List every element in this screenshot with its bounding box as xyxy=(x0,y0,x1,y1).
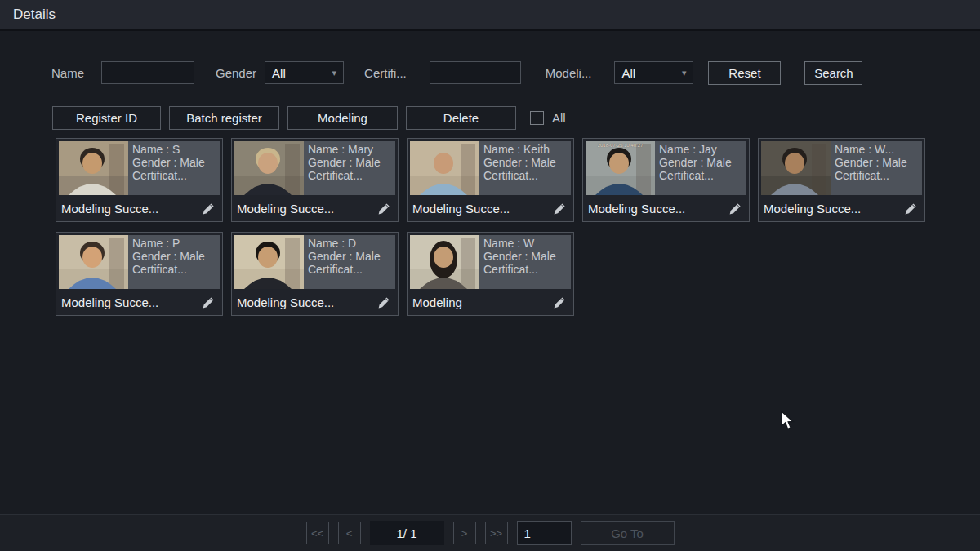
edit-pencil-icon[interactable] xyxy=(377,296,390,309)
face-gender: Gender : Male xyxy=(483,156,571,169)
gender-select-value: All xyxy=(272,66,286,80)
face-card[interactable]: Name : Keith Gender : Male Certificat...… xyxy=(407,138,574,222)
goto-page-input[interactable] xyxy=(517,521,572,545)
modeling-status: Modeling Succe... xyxy=(588,202,685,216)
modeling-filter-label: Modeli... xyxy=(546,66,592,80)
face-info: Name : D Gender : Male Certificat... xyxy=(304,235,395,289)
edit-pencil-icon[interactable] xyxy=(728,202,742,216)
face-card[interactable]: 2018-07-25 10:40:27 Name : Jay Gender : … xyxy=(582,138,750,222)
face-card-footer: Modeling Succe... xyxy=(56,196,222,221)
person-photo-placeholder xyxy=(410,235,479,289)
face-gender: Gender : Male xyxy=(308,250,395,263)
edit-pencil-icon[interactable] xyxy=(553,202,566,216)
face-info: Name : Mary Gender : Male Certificat... xyxy=(304,141,395,195)
face-card[interactable]: Name : P Gender : Male Certificat... Mod… xyxy=(56,232,223,316)
modeling-status: Modeling Succe... xyxy=(237,202,334,216)
page-indicator: 1/ 1 xyxy=(370,521,444,545)
face-name: Name : P xyxy=(132,237,220,250)
last-page-button[interactable]: >> xyxy=(485,522,508,544)
face-gender: Gender : Male xyxy=(308,156,395,169)
face-card-top: Name : D Gender : Male Certificat... xyxy=(234,235,395,289)
face-card-footer: Modeling Succe... xyxy=(56,290,222,315)
action-row: Register ID Batch register Modeling Dele… xyxy=(52,106,980,130)
face-card-top: Name : Mary Gender : Male Certificat... xyxy=(234,141,395,195)
goto-button[interactable]: Go To xyxy=(581,521,675,545)
name-filter-input[interactable] xyxy=(101,61,194,84)
face-card[interactable]: Name : W Gender : Male Certificat... Mod… xyxy=(407,232,574,316)
next-page-button[interactable]: > xyxy=(453,522,476,544)
face-certificate: Certificat... xyxy=(308,263,395,276)
modeling-select[interactable]: All ▾ xyxy=(614,61,693,84)
face-card[interactable]: Name : S Gender : Male Certificat... Mod… xyxy=(56,138,223,222)
certificate-filter-input[interactable] xyxy=(430,61,521,84)
main-content: Name Gender All ▾ Certifi... Modeli... A… xyxy=(0,60,980,316)
face-card-footer: Modeling Succe... xyxy=(232,196,398,221)
name-filter-label: Name xyxy=(51,66,84,80)
modeling-status: Modeling xyxy=(412,295,462,309)
face-certificate: Certificat... xyxy=(308,169,395,182)
face-photo xyxy=(410,141,479,195)
person-photo-placeholder xyxy=(59,141,128,195)
edit-pencil-icon[interactable] xyxy=(377,202,390,216)
chevron-down-icon: ▾ xyxy=(332,68,337,78)
edit-pencil-icon[interactable] xyxy=(202,202,215,216)
face-card-footer: Modeling Succe... xyxy=(232,290,398,315)
register-id-button[interactable]: Register ID xyxy=(52,106,161,130)
face-card[interactable]: Name : W... Gender : Male Certificat... … xyxy=(758,138,925,222)
mouse-cursor-icon xyxy=(780,411,798,432)
person-photo-placeholder xyxy=(761,141,831,195)
face-certificate: Certificat... xyxy=(132,169,220,182)
modeling-button[interactable]: Modeling xyxy=(287,106,398,130)
face-card[interactable]: Name : D Gender : Male Certificat... Mod… xyxy=(231,232,399,316)
face-photo xyxy=(410,235,479,289)
certificate-filter-label: Certifi... xyxy=(364,66,407,80)
person-photo-placeholder xyxy=(59,235,128,289)
face-info: Name : W... Gender : Male Certificat... xyxy=(831,141,922,195)
batch-register-button[interactable]: Batch register xyxy=(169,106,279,130)
face-name: Name : Keith xyxy=(483,143,571,156)
page-title: Details xyxy=(13,7,56,23)
face-certificate: Certificat... xyxy=(659,169,746,182)
person-photo-placeholder xyxy=(586,141,655,195)
delete-button[interactable]: Delete xyxy=(406,106,516,130)
person-photo-placeholder xyxy=(410,141,479,195)
select-all-label: All xyxy=(552,111,566,125)
face-gender: Gender : Male xyxy=(132,156,220,169)
modeling-status: Modeling Succe... xyxy=(61,295,158,309)
reset-button[interactable]: Reset xyxy=(708,61,781,85)
face-certificate: Certificat... xyxy=(835,169,922,182)
face-card-footer: Modeling Succe... xyxy=(759,196,924,221)
select-all-checkbox[interactable] xyxy=(530,111,544,125)
face-info: Name : Keith Gender : Male Certificat... xyxy=(479,141,571,195)
prev-page-button[interactable]: < xyxy=(338,522,361,544)
person-photo-placeholder xyxy=(234,141,304,195)
face-photo xyxy=(761,141,831,195)
face-gender: Gender : Male xyxy=(659,156,746,169)
face-info: Name : P Gender : Male Certificat... xyxy=(128,235,220,289)
face-card[interactable]: Name : Mary Gender : Male Certificat... … xyxy=(231,138,399,222)
search-button[interactable]: Search xyxy=(804,61,862,85)
face-name: Name : Mary xyxy=(308,143,395,156)
face-gender: Gender : Male xyxy=(835,156,922,169)
gender-select[interactable]: All ▾ xyxy=(265,61,344,84)
first-page-button[interactable]: << xyxy=(306,522,329,544)
face-gender: Gender : Male xyxy=(483,250,571,263)
edit-pencil-icon[interactable] xyxy=(904,202,917,216)
face-photo xyxy=(59,141,128,195)
face-card-footer: Modeling Succe... xyxy=(583,196,749,221)
face-card-footer: Modeling xyxy=(408,290,573,315)
face-photo xyxy=(234,141,304,195)
face-photo xyxy=(59,235,128,289)
face-card-top: Name : W Gender : Male Certificat... xyxy=(410,235,571,289)
edit-pencil-icon[interactable] xyxy=(202,296,215,309)
face-info: Name : S Gender : Male Certificat... xyxy=(128,141,220,195)
face-certificate: Certificat... xyxy=(483,263,571,276)
face-card-top: 2018-07-25 10:40:27 Name : Jay Gender : … xyxy=(586,141,746,195)
face-card-footer: Modeling Succe... xyxy=(408,196,573,221)
face-name: Name : W... xyxy=(835,143,922,156)
modeling-status: Modeling Succe... xyxy=(237,295,334,309)
edit-pencil-icon[interactable] xyxy=(553,296,566,309)
face-photo xyxy=(234,235,304,289)
face-card-top: Name : P Gender : Male Certificat... xyxy=(59,235,220,289)
face-certificate: Certificat... xyxy=(483,169,571,182)
